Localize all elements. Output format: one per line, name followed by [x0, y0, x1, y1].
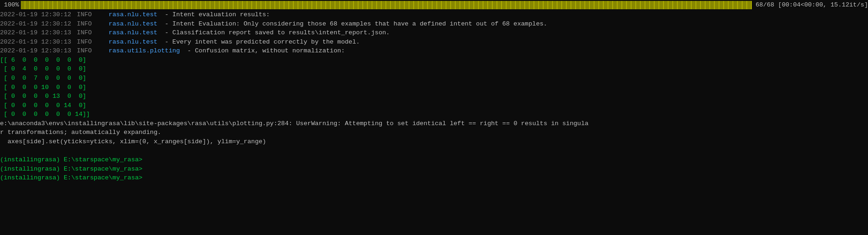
message-4: - Every intent was predicted correctly b…	[157, 38, 360, 47]
message-1: - Intent evaluation results:	[157, 10, 270, 19]
module-4: rasa.nlu.test	[93, 38, 157, 47]
prompt-line-1: (installingrasa) E:\starspace\my_rasa>	[0, 155, 868, 165]
matrix-line-1: [[ 6 0 0 0 0 0 0]	[0, 56, 868, 65]
level-3: INFO	[75, 28, 93, 38]
log-line-4: 2022-01-19 12:30:13 INFO rasa.nlu.test -…	[0, 38, 868, 47]
module-3: rasa.nlu.test	[93, 28, 157, 38]
terminal: 100% 68/68 [00:04<00:00, 15.12it/s] 2022…	[0, 0, 868, 235]
warning-line-3: axes[side].set(yticks=yticks, xlim=(0, x…	[0, 137, 868, 146]
module-2: rasa.nlu.test	[93, 19, 157, 29]
matrix-line-2: [ 0 4 0 0 0 0 0]	[0, 64, 868, 74]
log-line-1: 2022-01-19 12:30:12 INFO rasa.nlu.test -…	[0, 10, 868, 19]
level-5: INFO	[75, 46, 93, 56]
message-2: - Intent Evaluation: Only considering th…	[157, 19, 547, 29]
timestamp-5: 2022-01-19 12:30:13	[0, 46, 75, 56]
log-line-3: 2022-01-19 12:30:13 INFO rasa.nlu.test -…	[0, 28, 868, 38]
matrix-line-3: [ 0 0 7 0 0 0 0]	[0, 74, 868, 83]
progress-bar-container	[21, 1, 752, 9]
matrix-line-5: [ 0 0 0 0 13 0 0]	[0, 92, 868, 101]
timestamp-2: 2022-01-19 12:30:12	[0, 19, 75, 29]
warning-line-1: e:\anaconda3\envs\installingrasa\lib\sit…	[0, 119, 868, 128]
matrix-line-4: [ 0 0 0 10 0 0 0]	[0, 83, 868, 92]
prompt-line-3: (installingrasa) E:\starspace\my_rasa>	[0, 173, 868, 183]
timestamp-1: 2022-01-19 12:30:12	[0, 10, 75, 19]
level-4: INFO	[75, 38, 93, 47]
progress-label: 100%	[0, 0, 21, 10]
level-2: INFO	[75, 19, 93, 29]
progress-bar-row: 100% 68/68 [00:04<00:00, 15.12it/s]	[0, 0, 868, 10]
empty-line	[0, 146, 868, 155]
matrix-line-6: [ 0 0 0 0 0 14 0]	[0, 101, 868, 110]
log-line-2: 2022-01-19 12:30:12 INFO rasa.nlu.test -…	[0, 19, 868, 29]
module-5: rasa.utils.plotting	[93, 46, 180, 56]
log-line-5: 2022-01-19 12:30:13 INFO rasa.utils.plot…	[0, 46, 868, 56]
progress-bar-fill	[21, 1, 752, 9]
message-3: - Classification report saved to results…	[157, 28, 390, 38]
timestamp-3: 2022-01-19 12:30:13	[0, 28, 75, 38]
module-1: rasa.nlu.test	[93, 10, 157, 19]
message-5: - Confusion matrix, without normalizatio…	[180, 46, 345, 56]
warning-line-2: r transformations; automatically expandi…	[0, 128, 868, 137]
progress-stats: 68/68 [00:04<00:00, 15.12it/s]	[752, 0, 868, 10]
matrix-line-7: [ 0 0 0 0 0 0 14]]	[0, 110, 868, 119]
level-1: INFO	[75, 10, 93, 19]
prompt-line-2: (installingrasa) E:\starspace\my_rasa>	[0, 165, 868, 174]
timestamp-4: 2022-01-19 12:30:13	[0, 38, 75, 47]
